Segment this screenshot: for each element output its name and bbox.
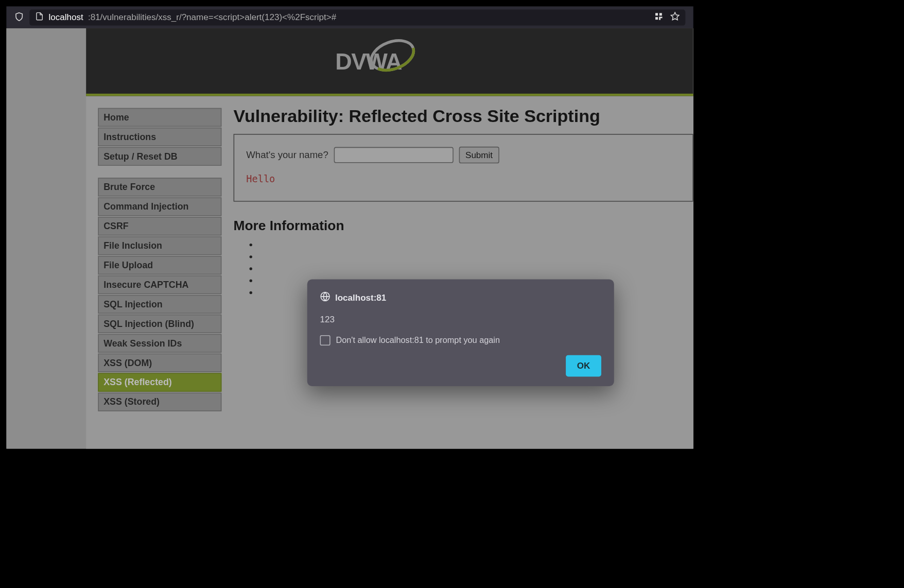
sidebar-item-csrf[interactable]: CSRF [98, 217, 221, 235]
sidebar-item-xss-reflected-[interactable]: XSS (Reflected) [98, 373, 221, 391]
sidebar-item-insecure-captcha[interactable]: Insecure CAPTCHA [98, 275, 221, 294]
sidebar-item-instructions[interactable]: Instructions [98, 128, 221, 146]
info-link-item[interactable] [257, 251, 693, 262]
info-link-item[interactable] [257, 239, 693, 250]
alert-message: 123 [320, 315, 601, 325]
sidebar-item-xss-stored-[interactable]: XSS (Stored) [98, 392, 221, 411]
page-title: Vulnerability: Reflected Cross Site Scri… [234, 106, 693, 126]
url-bar[interactable]: localhost:81/vulnerabilities/xss_r/?name… [29, 9, 685, 25]
javascript-alert-dialog: localhost:81 123 Don't allow localhost:8… [307, 280, 614, 386]
sidebar-item-file-upload[interactable]: File Upload [98, 256, 221, 274]
form-output: Hello [246, 174, 681, 185]
svg-rect-2 [655, 17, 658, 20]
url-host: localhost [48, 12, 83, 23]
sidebar-item-xss-dom-[interactable]: XSS (DOM) [98, 354, 221, 372]
url-path: :81/vulnerabilities/xss_r/?name=<script>… [88, 12, 336, 23]
browser-address-bar-area: localhost:81/vulnerabilities/xss_r/?name… [6, 6, 693, 28]
bookmark-star-icon[interactable] [670, 11, 680, 23]
alert-origin-text: localhost:81 [335, 292, 386, 303]
main-content: Vulnerability: Reflected Cross Site Scri… [221, 96, 693, 300]
sidebar-item-file-inclusion[interactable]: File Inclusion [98, 236, 221, 255]
globe-icon [320, 291, 331, 304]
sidebar-item-weak-session-ids[interactable]: Weak Session IDs [98, 334, 221, 353]
dont-allow-label: Don't allow localhost:81 to prompt you a… [336, 336, 499, 345]
sidebar-item-sql-injection[interactable]: SQL Injection [98, 295, 221, 314]
shield-icon[interactable] [14, 12, 24, 23]
site-header: DVWA [86, 28, 693, 96]
submit-button[interactable]: Submit [459, 147, 499, 164]
svg-marker-3 [671, 12, 679, 20]
logo-orbit-icon [396, 37, 444, 85]
sidebar-item-command-injection[interactable]: Command Injection [98, 197, 221, 216]
sidebar-item-setup-reset-db[interactable]: Setup / Reset DB [98, 147, 221, 166]
sidebar-item-brute-force[interactable]: Brute Force [98, 178, 221, 196]
sidebar-item-home[interactable]: Home [98, 108, 221, 127]
vulnerability-form-box: What's your name? Submit Hello [234, 134, 693, 202]
page-info-icon[interactable] [35, 12, 44, 23]
info-link-item[interactable] [257, 264, 693, 274]
sidebar: HomeInstructionsSetup / Reset DB Brute F… [86, 96, 221, 423]
extensions-grid-icon[interactable] [654, 12, 663, 23]
name-label: What's your name? [246, 149, 328, 161]
dvwa-logo: DVWA [335, 37, 444, 85]
alert-ok-button[interactable]: OK [566, 355, 601, 377]
svg-rect-0 [655, 13, 658, 15]
sidebar-item-sql-injection-blind-[interactable]: SQL Injection (Blind) [98, 315, 221, 333]
name-input[interactable] [334, 147, 454, 163]
more-info-heading: More Information [234, 218, 693, 233]
svg-rect-1 [659, 13, 662, 15]
dont-allow-checkbox[interactable] [320, 335, 331, 345]
